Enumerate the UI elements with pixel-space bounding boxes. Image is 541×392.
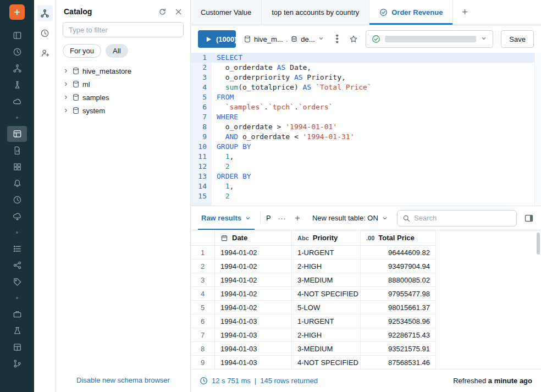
star-icon[interactable] (349, 35, 358, 43)
results-scrollbar-thumb[interactable] (537, 233, 540, 255)
date-cell[interactable]: 1994-01-02 (215, 287, 292, 301)
apps-icon[interactable] (7, 339, 27, 355)
priority-cell[interactable]: 2-HIGH (292, 328, 361, 342)
tab-raw-results[interactable]: Raw results (198, 206, 255, 230)
total-price-cell[interactable]: 96444609.82 (361, 246, 436, 260)
tree-item-hive_metastore[interactable]: hive_metastore (56, 64, 190, 78)
priority-cell[interactable]: 4-NOT SPECIFIED (292, 356, 361, 369)
priority-cell[interactable]: 1-URGENT (292, 246, 361, 260)
editor-line[interactable]: 1SELECT (191, 53, 541, 63)
row-number-cell[interactable]: 2 (191, 260, 215, 273)
sql-warehouses-icon[interactable] (7, 208, 27, 224)
table-row[interactable]: 21994-01-022-HIGH93497904.94 (191, 260, 436, 273)
priority-cell[interactable]: 3-MEDIUM (292, 273, 361, 287)
catalog-icon[interactable] (7, 60, 27, 76)
chevron-right-icon[interactable] (63, 94, 69, 101)
priority-cell[interactable]: 5-LOW (292, 301, 361, 314)
alerts-icon[interactable] (7, 175, 27, 191)
row-number-cell[interactable]: 6 (191, 314, 215, 328)
schema-browser-icon[interactable] (37, 5, 53, 21)
date-cell[interactable]: 1994-01-03 (215, 314, 292, 328)
editor-line[interactable]: 9 AND o_orderdate < '1994-01-31' (191, 132, 541, 142)
warehouse-selector[interactable] (366, 30, 493, 48)
priority-cell[interactable]: 3-MEDIUM (292, 342, 361, 356)
table-row[interactable]: 61994-01-031-URGENT92534508.96 (191, 314, 436, 328)
row-number-cell[interactable]: 1 (191, 246, 215, 260)
table-row[interactable]: 31994-01-023-MEDIUM88800085.02 (191, 273, 436, 287)
tab-customer-value[interactable]: Customer Value (191, 0, 262, 25)
editor-line[interactable]: 3 o_orderpriority AS Priority, (191, 73, 541, 82)
row-number-cell[interactable]: 4 (191, 287, 215, 301)
workspace-icon[interactable] (7, 27, 27, 43)
total-price-cell[interactable]: 87568531.46 (361, 356, 436, 369)
table-row[interactable]: 51994-01-025-LOW98015661.37 (191, 301, 436, 314)
priority-cell[interactable]: 4-NOT SPECIFIED (292, 287, 361, 301)
queries-icon[interactable] (7, 142, 27, 158)
editor-line[interactable]: 13ORDER BY (191, 172, 541, 181)
tree-item-samples[interactable]: samples (56, 91, 190, 104)
dashboards-icon[interactable] (7, 159, 27, 175)
date-cell[interactable]: 1994-01-02 (215, 246, 292, 260)
search-input[interactable] (414, 214, 511, 222)
chevron-right-icon[interactable] (63, 68, 69, 74)
history-icon[interactable] (37, 25, 53, 41)
tab-order-revenue[interactable]: Order Revenue (369, 0, 453, 25)
tree-item-ml[interactable]: ml (56, 78, 190, 91)
run-button[interactable]: (1000) (198, 30, 236, 48)
table-row[interactable]: 91994-01-034-NOT SPECIFIED87568531.46 (191, 356, 436, 369)
add-tab-button[interactable]: + (453, 0, 476, 25)
table-row[interactable]: 41994-01-024-NOT SPECIFIED97955477.98 (191, 287, 436, 301)
compute-icon[interactable] (7, 93, 27, 109)
table-row[interactable]: 71994-01-032-HIGH92286715.43 (191, 328, 436, 342)
total-price-cell[interactable]: 93497904.94 (361, 260, 436, 273)
date-cell[interactable]: 1994-01-03 (215, 342, 292, 356)
chevron-right-icon[interactable] (63, 107, 69, 114)
more-options-icon[interactable]: ••• (333, 34, 341, 44)
editor-line[interactable]: 2 o_orderdate AS Date, (191, 63, 541, 73)
editor-scrollbar[interactable] (534, 53, 541, 206)
editor-line[interactable]: 14 1, (191, 181, 541, 191)
column-header-date[interactable]: Date (215, 230, 292, 246)
add-visualization-button[interactable]: + (290, 213, 305, 224)
new-result-table-toggle[interactable]: New result table: ON (312, 214, 388, 222)
total-price-cell[interactable]: 97955477.98 (361, 287, 436, 301)
new-button[interactable]: + (9, 4, 25, 20)
experiments-icon[interactable] (7, 323, 27, 339)
catalog-filter-input[interactable] (63, 22, 184, 37)
editor-line[interactable]: 6 `samples`.`tpch`.`orders` (191, 102, 541, 112)
row-number-cell[interactable]: 7 (191, 328, 215, 342)
side-panel-toggle-icon[interactable] (524, 213, 534, 223)
column-header-priority[interactable]: Abc Priority (292, 230, 361, 246)
tree-item-system[interactable]: system (56, 104, 190, 117)
recents-icon[interactable] (7, 44, 27, 60)
catalog-schema-selector[interactable]: hive_m... . de... (244, 35, 324, 43)
date-cell[interactable]: 1994-01-02 (215, 273, 292, 287)
row-number-cell[interactable]: 9 (191, 356, 215, 369)
sql-editor-icon[interactable] (7, 126, 27, 142)
date-cell[interactable]: 1994-01-03 (215, 356, 292, 369)
total-price-cell[interactable]: 92286715.43 (361, 328, 436, 342)
date-cell[interactable]: 1994-01-03 (215, 328, 292, 342)
priority-cell[interactable]: 2-HIGH (292, 260, 361, 273)
job-runs-icon[interactable] (7, 241, 27, 257)
editor-line[interactable]: 11 1, (191, 152, 541, 162)
table-row[interactable]: 81994-01-033-MEDIUM93521575.91 (191, 342, 436, 356)
disable-schema-browser-link[interactable]: Disable new schema browser (56, 368, 190, 392)
share-icon[interactable] (37, 45, 53, 60)
query-history-icon[interactable] (7, 192, 27, 208)
table-row[interactable]: 11994-01-021-URGENT96444609.82 (191, 246, 436, 260)
filter-pill-for-you[interactable]: For you (63, 44, 101, 58)
editor-line[interactable]: 7WHERE (191, 112, 541, 122)
total-price-cell[interactable]: 88800085.02 (361, 273, 436, 287)
editor-line[interactable]: 12 2 (191, 162, 541, 172)
close-icon[interactable] (174, 8, 183, 16)
execution-stats[interactable]: 12 s 751 ms | 145 rows returned (200, 377, 318, 385)
date-cell[interactable]: 1994-01-02 (215, 301, 292, 314)
priority-cell[interactable]: 1-URGENT (292, 314, 361, 328)
row-number-cell[interactable]: 8 (191, 342, 215, 356)
editor-line[interactable]: 10GROUP BY (191, 142, 541, 152)
total-price-cell[interactable]: 92534508.96 (361, 314, 436, 328)
workflows-icon[interactable] (7, 77, 27, 93)
repos-icon[interactable] (7, 356, 27, 372)
editor-line[interactable]: 4 sum(o_totalprice) AS `Total Price` (191, 82, 541, 92)
